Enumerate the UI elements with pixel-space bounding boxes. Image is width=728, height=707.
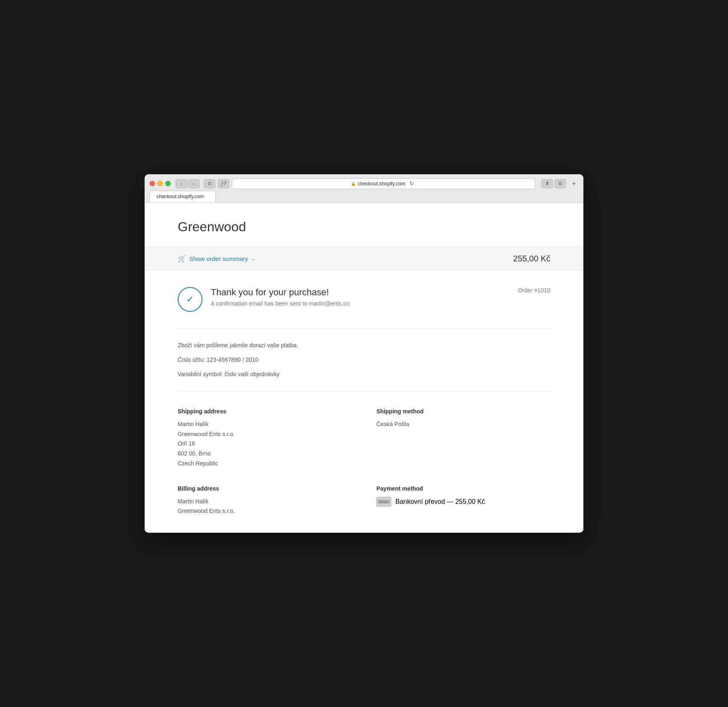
new-tab-button[interactable]: + [569,179,578,188]
payment-method-heading: Payment method [376,485,550,492]
payment-method-col: Payment method Bankovní převod — 255,00 … [376,485,550,517]
page-content: Greenwood 🛒 Show order summary ⌄ 255,00 … [145,203,583,533]
shipping-address-heading: Shipping address [178,408,352,415]
billing-address-details: Martin Halík Greenwood Ents s.r.o. [178,497,352,517]
check-circle-icon: ✓ [178,287,202,312]
cart-icon: 🛒 [178,255,186,263]
browser-chrome: ‹ › ⊡ ƒ? 🔒 checkout.shopify.com ↻ ⬆ ⧉ + … [145,174,583,203]
divider-2 [178,391,550,391]
shipping-name: Martin Halík [178,421,209,427]
function-button[interactable]: ƒ? [218,179,229,188]
payment-info-section: Zboží vám pošleme jakmile dorazí vaše pl… [178,341,550,379]
share-button[interactable]: ⬆ [541,179,553,188]
order-total: 255,00 Kč [513,254,550,263]
maximize-button[interactable] [165,181,171,186]
close-button[interactable] [150,181,155,186]
payment-info-line1: Zboží vám pošleme jakmile dorazí vaše pl… [178,341,550,350]
order-number: Order #1010 [518,287,550,294]
shipping-address-details: Martin Halík Greenwood Ents s.r.o. Orlí … [178,420,352,469]
shipping-method-value: Česká Pošta [376,420,550,429]
back-button[interactable]: ‹ [176,179,187,188]
payment-method-row: Bankovní převod — 255,00 Kč [376,497,550,507]
active-tab[interactable]: checkout.shopify.com [150,191,216,202]
shipping-company: Greenwood Ents s.r.o. [178,431,235,437]
confirmation-subtitle: A confirmation email has been sent to ma… [211,300,350,307]
payment-info-line3: Variabilní symbol: číslo vaší objednávky [178,370,550,379]
billing-company: Greenwood Ents s.r.o. [178,508,235,514]
billing-details-section: Billing address Martin Halík Greenwood E… [178,485,550,517]
billing-address-col: Billing address Martin Halík Greenwood E… [178,485,352,517]
payment-method-value: Bankovní převod — 255,00 Kč [395,498,485,505]
minimize-button[interactable] [157,181,163,186]
card-stripe [378,500,390,503]
confirmation-text: Thank you for your purchase! A confirmat… [211,287,350,307]
forward-button[interactable]: › [188,179,200,188]
shipping-method-heading: Shipping method [376,408,550,415]
shipping-country: Czech Republic [178,460,218,467]
billing-address-heading: Billing address [178,485,352,492]
payment-card-icon [376,497,391,507]
payment-info-line2: Číslo účtu: 123-4567890 / 2010 [178,356,550,364]
reload-button[interactable]: ↻ [407,179,416,188]
details-section: Shipping address Martin Halík Greenwood … [178,408,550,469]
confirmation-section: ✓ Thank you for your purchase! A confirm… [178,287,550,312]
billing-name: Martin Halík [178,498,209,505]
store-name: Greenwood [178,219,550,235]
shipping-city: 602 00, Brno [178,450,211,457]
address-bar[interactable]: 🔒 checkout.shopify.com ↻ [232,178,535,189]
show-order-summary-link[interactable]: 🛒 Show order summary ⌄ [178,255,255,263]
shipping-address-col: Shipping address Martin Halík Greenwood … [178,408,352,469]
nav-buttons: ‹ › [176,179,200,188]
lock-icon: 🔒 [351,181,356,186]
url-text: checkout.shopify.com [358,181,405,187]
browser-tabs: checkout.shopify.com [150,191,578,202]
shipping-method-col: Shipping method Česká Pošta [376,408,550,469]
thank-you-title: Thank you for your purchase! [211,287,350,298]
chevron-down-icon: ⌄ [252,256,255,261]
checkmark: ✓ [186,294,194,305]
duplicate-button[interactable]: ⧉ [554,179,566,188]
show-order-summary-label: Show order summary [189,255,248,262]
shipping-street: Orlí 18 [178,440,195,447]
browser-actions: ⬆ ⧉ [541,179,566,188]
order-summary-bar: 🛒 Show order summary ⌄ 255,00 Kč [145,247,583,270]
sidebar-toggle-button[interactable]: ⊡ [204,179,215,188]
browser-window: ‹ › ⊡ ƒ? 🔒 checkout.shopify.com ↻ ⬆ ⧉ + … [145,174,583,533]
confirmation-left: ✓ Thank you for your purchase! A confirm… [178,287,350,312]
divider-1 [178,328,550,329]
traffic-lights [150,181,171,186]
